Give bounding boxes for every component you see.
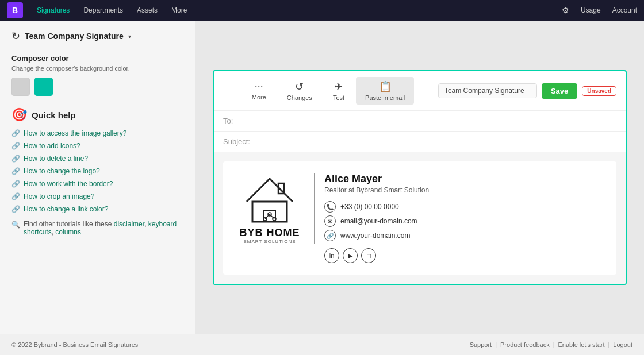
youtube-icon[interactable]: ▶: [343, 248, 358, 263]
nav-assets[interactable]: Assets: [137, 6, 158, 14]
email-address: email@your-domain.com: [340, 217, 417, 225]
top-navigation: B Signatures Departments Assets More ⚙ U…: [0, 0, 644, 21]
social-icons: in ▶ ◻: [324, 248, 605, 263]
email-icon: ✉: [324, 215, 336, 227]
help-link-logo[interactable]: 🔗 How to change the logo?: [12, 167, 184, 175]
find-more-text: Find other tutorials like these disclaim…: [24, 220, 184, 236]
person-name: Alice Mayer: [324, 173, 605, 185]
disclaimer-link[interactable]: disclaimer: [114, 220, 144, 228]
link-icon: 🔗: [12, 129, 20, 137]
settings-icon[interactable]: ⚙: [562, 6, 569, 15]
test-button[interactable]: ✈ Test: [324, 77, 354, 105]
link-icon: 🔗: [12, 192, 20, 200]
unsaved-badge: Unsaved: [582, 86, 616, 96]
color-swatches: [12, 78, 184, 96]
save-button[interactable]: Save: [542, 83, 577, 99]
email-body: BYB HOME SMART SOLUTIONS Alice Mayer Rea…: [214, 152, 626, 284]
help-link-border[interactable]: 🔗 How to work with the border?: [12, 180, 184, 188]
changes-icon: ↺: [295, 80, 304, 93]
signature-name-label: Team Company Signature: [25, 32, 124, 41]
paste-in-email-button[interactable]: 📋 Paste in email: [356, 77, 414, 105]
svg-line-7: [270, 214, 274, 219]
help-link-text: How to add icons?: [24, 142, 80, 150]
link-icon: 🔗: [12, 155, 20, 163]
person-title: Realtor at Bybrand Smart Solution: [324, 186, 605, 194]
test-label: Test: [333, 94, 344, 101]
dropdown-arrow[interactable]: ▾: [128, 33, 131, 40]
quick-help-title: Quick help: [32, 110, 76, 120]
email-item: ✉ email@your-domain.com: [324, 215, 605, 227]
footer: © 2022 Bybrand - Business Email Signatur…: [0, 334, 644, 355]
help-icon: 🎯: [12, 107, 27, 122]
help-links: 🔗 How to access the image gallery? 🔗 How…: [12, 129, 184, 236]
product-feedback-link[interactable]: Product feedback: [500, 341, 550, 348]
help-link-delete[interactable]: 🔗 How to delete a line?: [12, 155, 184, 163]
email-composer: ··· More ↺ Changes ✈ Test 📋 Paste in ema…: [213, 70, 627, 285]
support-link[interactable]: Support: [470, 341, 492, 348]
house-logo-svg: [241, 173, 298, 225]
divider: |: [495, 341, 497, 348]
instagram-icon[interactable]: ◻: [361, 248, 376, 263]
nav-more[interactable]: More: [171, 6, 187, 14]
link-icon: 🔗: [12, 167, 20, 175]
help-link-icons[interactable]: 🔗 How to add icons?: [12, 142, 184, 150]
changes-label: Changes: [287, 94, 312, 101]
signature-name-input[interactable]: [438, 83, 537, 98]
nav-right-area: ⚙ Usage Account: [562, 6, 637, 15]
color-swatch-gray[interactable]: [12, 78, 30, 96]
test-icon: ✈: [334, 80, 343, 93]
subject-field[interactable]: Subject:: [214, 132, 626, 152]
columns-link[interactable]: columns: [55, 228, 81, 236]
more-button[interactable]: ··· More: [243, 77, 275, 105]
composer-color-section: Composer color Change the composer's bac…: [12, 54, 184, 96]
nav-account[interactable]: Account: [612, 6, 637, 14]
logout-link[interactable]: Logout: [613, 341, 632, 348]
composer-color-label: Composer color: [12, 54, 184, 63]
help-link-crop[interactable]: 🔗 How to crop an image?: [12, 192, 184, 200]
svg-rect-0: [252, 202, 287, 222]
link-icon: 🔗: [12, 205, 20, 213]
link-icon: 🔗: [12, 180, 20, 188]
signature-details: Alice Mayer Realtor at Bybrand Smart Sol…: [324, 173, 605, 263]
composer-color-desc: Change the composer's background color.: [12, 65, 184, 72]
more-icon: ···: [255, 80, 263, 92]
contact-list: 📞 +33 (0) 00 00 0000 ✉ email@your-domain…: [324, 201, 605, 241]
website-icon: 🔗: [324, 230, 336, 241]
help-link-text: How to change a link color?: [24, 205, 108, 213]
paste-label: Paste in email: [365, 94, 405, 101]
divider: |: [608, 341, 610, 348]
website-url: www.your-domain.com: [340, 231, 410, 240]
changes-button[interactable]: ↺ Changes: [278, 77, 321, 105]
website-item: 🔗 www.your-domain.com: [324, 230, 605, 241]
brand-logo[interactable]: B: [7, 2, 23, 18]
help-link-text: How to change the logo?: [24, 167, 100, 175]
sync-icon: ↻: [12, 30, 20, 43]
signature-selector[interactable]: ↻ Team Company Signature ▾: [12, 30, 184, 43]
linkedin-icon[interactable]: in: [324, 248, 339, 263]
search-icon: 🔍: [12, 221, 20, 229]
nav-departments[interactable]: Departments: [83, 6, 123, 14]
company-name: BYB HOME: [239, 227, 300, 239]
enable-lets-start-link[interactable]: Enable let's start: [558, 341, 605, 348]
toolbar-actions: ··· More ↺ Changes ✈ Test 📋 Paste in ema…: [223, 77, 434, 105]
composer-toolbar: ··· More ↺ Changes ✈ Test 📋 Paste in ema…: [214, 71, 626, 111]
help-link-text: How to access the image gallery?: [24, 129, 126, 137]
color-swatch-teal[interactable]: [34, 78, 53, 96]
find-more: 🔍 Find other tutorials like these discla…: [12, 220, 184, 236]
help-link-color[interactable]: 🔗 How to change a link color?: [12, 205, 184, 213]
help-link-gallery[interactable]: 🔗 How to access the image gallery?: [12, 129, 184, 137]
nav-usage[interactable]: Usage: [581, 6, 601, 14]
quick-help-header: 🎯 Quick help: [12, 107, 184, 122]
to-field[interactable]: To:: [214, 111, 626, 132]
help-link-text: How to crop an image?: [24, 192, 94, 200]
signature-logo-area: BYB HOME SMART SOLUTIONS: [235, 173, 315, 244]
phone-number: +33 (0) 00 00 0000: [340, 203, 399, 211]
help-link-text: How to work with the border?: [24, 180, 113, 188]
footer-links: Support | Product feedback | Enable let'…: [470, 341, 632, 348]
main-layout: ↻ Team Company Signature ▾ Composer colo…: [0, 21, 644, 334]
toolbar-right: Save Unsaved: [438, 83, 616, 99]
sidebar: ↻ Team Company Signature ▾ Composer colo…: [0, 21, 195, 334]
link-icon: 🔗: [12, 142, 20, 150]
nav-signatures[interactable]: Signatures: [37, 6, 70, 14]
svg-line-6: [265, 214, 270, 219]
